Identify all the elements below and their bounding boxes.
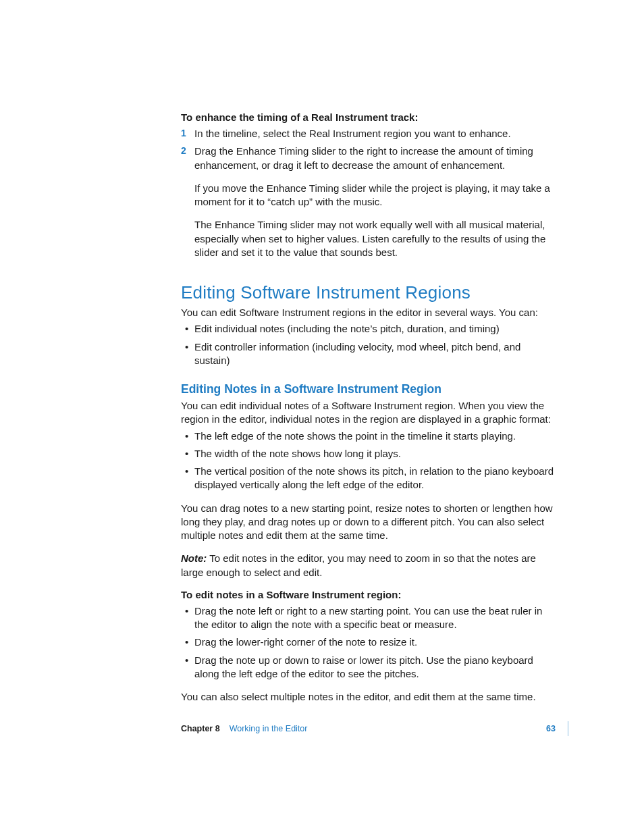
edit-notes-bullets: Drag the note left or right to a new sta…	[181, 604, 556, 681]
list-item: Edit individual notes (including the not…	[181, 322, 556, 336]
steps-list: 1In the timeline, select the Real Instru…	[181, 127, 556, 172]
step-number: 1	[181, 127, 186, 140]
list-item: The vertical position of the note shows …	[181, 465, 556, 492]
list-item: Drag the lower-right corner of the note …	[181, 635, 556, 649]
note-description-bullets: The left edge of the note shows the poin…	[181, 429, 556, 492]
paragraph-catchup: If you move the Enhance Timing slider wh…	[181, 182, 556, 209]
step-number: 2	[181, 145, 186, 157]
procedure-heading-enhance-timing: To enhance the timing of a Real Instrume…	[181, 111, 556, 123]
section-lead: You can edit Software Instrument regions…	[181, 306, 556, 319]
step-item: 2Drag the Enhance Timing slider to the r…	[181, 145, 556, 172]
list-item: Edit controller information (including v…	[181, 340, 556, 368]
list-item: The left edge of the note shows the poin…	[181, 429, 556, 443]
paragraph-drag-notes: You can drag notes to a new starting poi…	[181, 502, 556, 543]
footer-left: Chapter 8 Working in the Editor	[181, 724, 307, 733]
page-footer: Chapter 8 Working in the Editor 63	[181, 721, 568, 736]
subsection-heading-editing-notes: Editing Notes in a Software Instrument R…	[181, 382, 556, 396]
list-item: Drag the note left or right to a new sta…	[181, 604, 556, 632]
list-item: Drag the note up or down to raise or low…	[181, 654, 556, 681]
chapter-title: Working in the Editor	[230, 724, 308, 733]
step-item: 1In the timeline, select the Real Instru…	[181, 127, 556, 140]
subsection-lead: You can edit individual notes of a Softw…	[181, 399, 556, 427]
paragraph-multi-select: You can also select multiple notes in th…	[181, 690, 556, 704]
document-page: To enhance the timing of a Real Instrume…	[0, 0, 644, 834]
paragraph-material: The Enhance Timing slider may not work e…	[181, 218, 556, 259]
note-label: Note:	[181, 552, 207, 564]
procedure-heading-edit-notes: To edit notes in a Software Instrument r…	[181, 589, 556, 600]
chapter-label: Chapter 8	[181, 724, 220, 733]
note-text: To edit notes in the editor, you may nee…	[181, 552, 536, 577]
list-item: The width of the note shows how long it …	[181, 447, 556, 461]
note-paragraph: Note: To edit notes in the editor, you m…	[181, 552, 556, 579]
step-text: Drag the Enhance Timing slider to the ri…	[194, 145, 533, 170]
section-bullets: Edit individual notes (including the not…	[181, 322, 556, 367]
step-text: In the timeline, select the Real Instrum…	[194, 128, 511, 139]
page-number: 63	[546, 724, 556, 733]
section-heading-editing-regions: Editing Software Instrument Regions	[181, 282, 556, 303]
